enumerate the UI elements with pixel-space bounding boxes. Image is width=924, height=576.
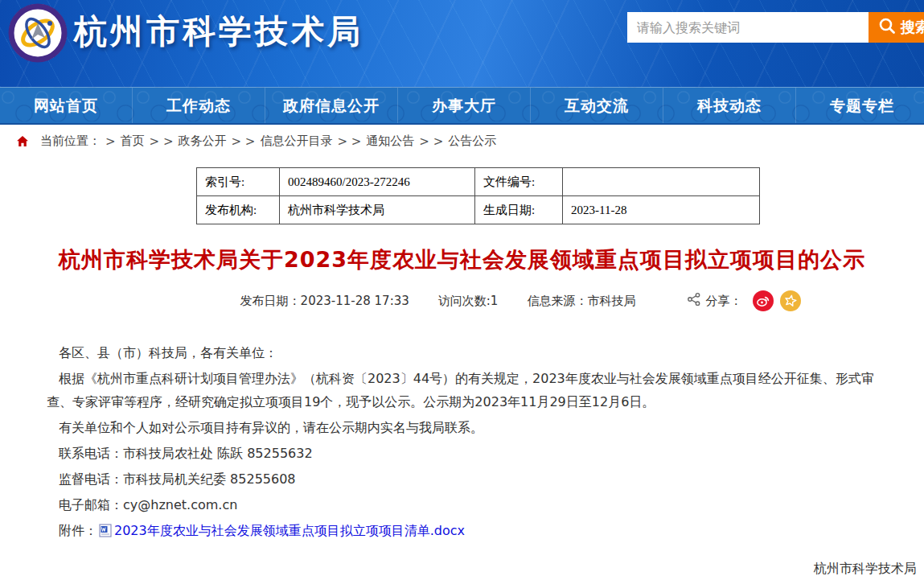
search-button[interactable]: 搜索 bbox=[869, 12, 924, 43]
paragraph-contact-phone: 联系电话：市科技局农社处 陈跃 85255632 bbox=[47, 442, 877, 465]
breadcrumb-lead-arrow: > bbox=[105, 134, 116, 149]
site-title: 杭州市科学技术局 bbox=[74, 10, 363, 54]
breadcrumb-item-home[interactable]: 首页 bbox=[121, 134, 145, 149]
article-meta: 发布日期：2023-11-28 17:33 访问次数:1 信息来源：市科技局 分… bbox=[51, 290, 924, 311]
signature-org: 杭州市科学技术局 bbox=[0, 557, 917, 576]
paragraph-objection: 有关单位和个人如对公示项目持有异议的，请在公示期内实名与我局联系。 bbox=[47, 416, 877, 439]
table-row: 发布机构: 杭州市科学技术局 生成日期: 2023-11-28 bbox=[197, 196, 760, 224]
publisher-label: 发布机构: bbox=[197, 196, 280, 224]
paragraph-salutation: 各区、县（市）科技局，各有关单位： bbox=[47, 341, 877, 364]
created-date-value: 2023-11-28 bbox=[563, 196, 760, 224]
created-date-label: 生成日期: bbox=[475, 196, 563, 224]
search-button-label: 搜索 bbox=[901, 18, 924, 37]
file-number-label: 文件编号: bbox=[475, 168, 563, 196]
info-source: 信息来源：市科技局 bbox=[527, 294, 635, 309]
document-info-table: 索引号: 002489460/2023-272246 文件编号: 发布机构: 杭… bbox=[196, 167, 760, 224]
search-box: 搜索 bbox=[627, 12, 924, 43]
nav-item-special-topics[interactable]: 专题专栏 bbox=[796, 88, 924, 123]
nav-item-work-news[interactable]: 工作动态 bbox=[133, 88, 265, 123]
agency-emblem-logo[interactable] bbox=[7, 2, 68, 64]
index-number-value: 002489460/2023-272246 bbox=[280, 168, 475, 196]
home-icon bbox=[16, 135, 29, 147]
nav-item-gov-info[interactable]: 政府信息公开 bbox=[265, 88, 398, 123]
qzone-star-icon[interactable] bbox=[780, 290, 801, 311]
weibo-icon[interactable] bbox=[753, 290, 774, 311]
site-header: 杭州市科学技术局 搜索 bbox=[0, 0, 924, 87]
table-row: 索引号: 002489460/2023-272246 文件编号: bbox=[197, 168, 760, 196]
file-number-value bbox=[563, 168, 760, 196]
breadcrumb-separator: > > bbox=[231, 134, 255, 149]
index-number-label: 索引号: bbox=[197, 168, 280, 196]
breadcrumb-item-info-catalog[interactable]: 信息公开目录 bbox=[260, 134, 332, 149]
publish-date: 发布日期：2023-11-28 17:33 bbox=[240, 294, 409, 309]
breadcrumb-item-gov-open[interactable]: 政务公开 bbox=[178, 134, 226, 149]
attachment-label: 附件： bbox=[59, 523, 97, 538]
breadcrumb-separator: > > bbox=[419, 134, 443, 149]
word-doc-icon bbox=[99, 525, 112, 541]
attachment-line: 附件： 2023年度农业与社会发展领域重点项目拟立项项目清单.docx bbox=[47, 519, 877, 545]
publisher-value: 杭州市科学技术局 bbox=[280, 196, 475, 224]
breadcrumb-separator: > > bbox=[337, 134, 361, 149]
main-nav: 网站首页 工作动态 政府信息公开 办事大厅 互动交流 科技动态 专题专栏 bbox=[0, 87, 924, 125]
breadcrumb-item-notices[interactable]: 通知公告 bbox=[366, 134, 414, 149]
nav-item-interaction[interactable]: 互动交流 bbox=[531, 88, 663, 123]
nav-item-sci-tech-news[interactable]: 科技动态 bbox=[663, 88, 796, 123]
breadcrumb-item-public-announcements[interactable]: 公告公示 bbox=[448, 134, 496, 149]
page: 杭州市科学技术局 搜索 网站首页 工作动态 政府信息公开 办事大厅 互动交流 科… bbox=[0, 0, 924, 576]
page-title: 杭州市科学技术局关于2023年度农业与社会发展领域重点项目拟立项项目的公示 bbox=[32, 246, 892, 274]
share-label: 分享： bbox=[705, 294, 741, 309]
nav-item-home[interactable]: 网站首页 bbox=[0, 88, 133, 123]
visit-count: 访问次数:1 bbox=[438, 294, 499, 309]
paragraph-main: 根据《杭州市重点科研计划项目管理办法》（杭科资〔2023〕44号）的有关规定，2… bbox=[47, 367, 877, 413]
article-body: 各区、县（市）科技局，各有关单位： 根据《杭州市重点科研计划项目管理办法》（杭科… bbox=[0, 341, 924, 545]
paragraph-supervision-phone: 监督电话：市科技局机关纪委 85255608 bbox=[47, 467, 877, 491]
share-nodes-icon bbox=[687, 292, 701, 310]
paragraph-email: 电子邮箱：cy@hznet.com.cn bbox=[47, 493, 877, 516]
share-group: 分享： bbox=[687, 290, 801, 311]
breadcrumb-separator: > > bbox=[150, 134, 174, 149]
breadcrumb: 当前位置： > 首页 > > 政务公开 > > 信息公开目录 > > 通知公告 … bbox=[0, 125, 924, 158]
search-input[interactable] bbox=[627, 12, 869, 43]
search-icon bbox=[878, 17, 896, 38]
nav-item-service-hall[interactable]: 办事大厅 bbox=[398, 88, 531, 123]
attachment-link[interactable]: 2023年度农业与社会发展领域重点项目拟立项项目清单.docx bbox=[114, 523, 465, 538]
breadcrumb-prefix: 当前位置： bbox=[40, 134, 101, 149]
signature-block: 杭州市科学技术局 2023年11月28日 bbox=[0, 557, 924, 576]
